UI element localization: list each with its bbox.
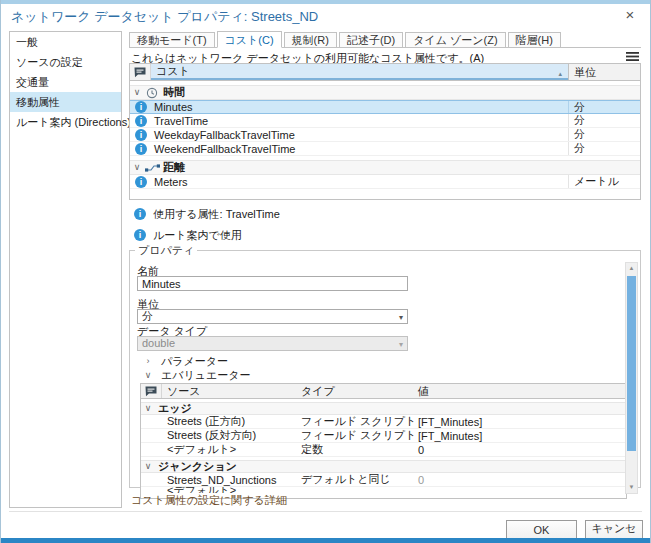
group-label-junctions: ジャンクション xyxy=(158,459,237,474)
comment-icon xyxy=(130,64,151,80)
value-column-header[interactable]: 値 xyxy=(414,384,626,398)
evaluator-row-streets-forward[interactable]: Streets (正方向) フィールド スクリプト [FT_Minutes] xyxy=(141,415,626,429)
properties-scrollbar[interactable]: ▲ ▼ xyxy=(625,262,638,494)
cost-row-traveltime[interactable]: i TravelTime 分 xyxy=(130,114,640,128)
cost-column-header[interactable]: コスト ▴ xyxy=(151,64,568,80)
cost-row-weekend-fallback[interactable]: i WeekendFallbackTravelTime 分 xyxy=(130,142,640,156)
tab-restrictions[interactable]: 規制(R) xyxy=(284,32,337,47)
evaluator-row-junctions[interactable]: Streets_ND_Junctions デフォルトと同じ 0 xyxy=(141,473,626,487)
menu-icon[interactable] xyxy=(626,51,639,62)
cost-row-name: WeekendFallbackTravelTime xyxy=(147,143,568,155)
chevron-down-icon: ∨ xyxy=(130,88,144,97)
tab-strip: 移動モード(T) コスト(C) 規制(R) 記述子(D) タイム ゾーン(Z) … xyxy=(129,30,641,48)
sidebar-item-directions[interactable]: ルート案内 (Directions) xyxy=(10,112,121,132)
cost-row-name: TravelTime xyxy=(147,115,568,127)
info-lines: i 使用する属性: TravelTime i ルート案内で使用 xyxy=(129,206,280,248)
cost-row-unit: 分 xyxy=(568,101,640,113)
tab-time-zones[interactable]: タイム ゾーン(Z) xyxy=(405,32,505,47)
clock-icon xyxy=(144,87,160,99)
evaluator-table: ソース タイプ 値 ∨ エッジ Streets (正方向) フィールド スクリプ… xyxy=(140,383,627,499)
group-label-distance: 距離 xyxy=(163,160,185,175)
evaluator-source: <デフォルト> xyxy=(162,442,297,457)
network-dataset-properties-dialog: ネットワーク データセット プロパティ: Streets_ND × 一般 ソース… xyxy=(0,0,651,543)
sidebar-item-general[interactable]: 一般 xyxy=(10,32,121,52)
evaluator-row-streets-reverse[interactable]: Streets (反対方向) フィールド スクリプト [FT_Minutes] xyxy=(141,429,626,443)
info-icon: i xyxy=(135,176,147,188)
info-icon: i xyxy=(134,229,146,241)
sidebar-item-travel-attributes[interactable]: 移動属性 xyxy=(10,92,121,112)
sidebar-item-source-settings[interactable]: ソースの設定 xyxy=(10,52,121,72)
dialog-title: ネットワーク データセット プロパティ: Streets_ND xyxy=(11,8,318,26)
evaluator-value: [FT_Minutes] xyxy=(414,416,626,428)
unit-dropdown-value: 分 xyxy=(142,310,153,322)
scroll-up-icon[interactable]: ▲ xyxy=(626,263,637,274)
scroll-down-icon[interactable]: ▼ xyxy=(626,482,637,493)
info-icon: i xyxy=(134,208,146,220)
unit-dropdown[interactable]: 分 ▾ xyxy=(137,309,408,324)
group-row-distance[interactable]: ∨ 距離 xyxy=(130,160,640,175)
scrollbar-thumb[interactable] xyxy=(627,276,636,451)
info-directions-text: ルート案内で使用 xyxy=(153,228,242,243)
chevron-down-icon: ∨ xyxy=(141,371,155,380)
tab-hierarchy[interactable]: 階層(H) xyxy=(508,32,561,47)
evaluators-expander[interactable]: ∨ エバリュエーター xyxy=(141,368,251,383)
group-label-time: 時間 xyxy=(163,85,185,100)
parameters-label: パラメーター xyxy=(161,354,228,369)
datatype-dropdown-value: double xyxy=(142,337,175,349)
cost-row-unit: メートル xyxy=(568,175,640,188)
tab-descriptors[interactable]: 記述子(D) xyxy=(339,32,403,47)
tab-travel-modes[interactable]: 移動モード(T) xyxy=(129,32,215,47)
sidebar: 一般 ソースの設定 交通量 移動属性 ルート案内 (Directions) xyxy=(9,31,122,508)
chevron-down-icon: ▾ xyxy=(399,311,403,324)
properties-legend: プロパティ xyxy=(135,243,197,258)
dialog-bottom-accent xyxy=(1,538,650,543)
source-column-header[interactable]: ソース xyxy=(162,384,297,398)
cost-row-minutes[interactable]: i Minutes 分 xyxy=(130,100,640,114)
cost-row-name: WeekdayFallbackTravelTime xyxy=(147,129,568,141)
type-column-header[interactable]: タイプ xyxy=(297,384,414,398)
group-row-time[interactable]: ∨ 時間 xyxy=(130,85,640,100)
name-input[interactable] xyxy=(137,276,408,291)
cost-table-header: コスト ▴ 単位 xyxy=(130,64,640,81)
info-line-directions: i ルート案内で使用 xyxy=(129,227,280,243)
evaluator-value: 0 xyxy=(414,474,626,486)
sidebar-item-traffic[interactable]: 交通量 xyxy=(10,72,121,92)
evaluator-source: Streets (反対方向) xyxy=(162,428,297,443)
cancel-button[interactable]: キャンセル xyxy=(585,520,643,539)
cost-attributes-table: コスト ▴ 単位 ∨ 時間 i Minutes 分 i TravelTime xyxy=(129,63,641,200)
close-icon[interactable]: × xyxy=(620,5,640,25)
evaluator-type: フィールド スクリプト xyxy=(297,414,414,429)
cost-settings-help-link[interactable]: コスト属性の設定に関する詳細 xyxy=(131,493,287,508)
chevron-down-icon: ∨ xyxy=(130,163,144,172)
evaluator-value: [FT_Minutes] xyxy=(414,430,626,442)
tab-costs[interactable]: コスト(C) xyxy=(217,31,282,48)
chevron-down-icon: ▾ xyxy=(399,338,403,351)
cost-row-unit: 分 xyxy=(568,114,640,127)
evaluator-type: フィールド スクリプト xyxy=(297,428,414,443)
info-line-used-by: i 使用する属性: TravelTime xyxy=(129,206,280,222)
evaluator-row-default-edge[interactable]: <デフォルト> 定数 0 xyxy=(141,443,626,457)
titlebar: ネットワーク データセット プロパティ: Streets_ND × xyxy=(1,4,650,29)
footer-separator xyxy=(9,511,642,512)
info-icon: i xyxy=(135,129,147,141)
ok-button[interactable]: OK xyxy=(506,520,577,539)
cost-row-weekday-fallback[interactable]: i WeekdayFallbackTravelTime 分 xyxy=(130,128,640,142)
evaluator-source: Streets_ND_Junctions xyxy=(162,474,297,486)
parameters-expander[interactable]: › パラメーター xyxy=(141,354,228,369)
cost-row-name: Minutes xyxy=(147,101,568,113)
properties-groupbox: プロパティ 名前 単位 分 ▾ データ タイプ double ▾ › パラメータ… xyxy=(129,243,641,488)
distance-icon xyxy=(144,163,160,173)
cost-row-meters[interactable]: i Meters メートル xyxy=(130,175,640,189)
datatype-dropdown: double ▾ xyxy=(137,336,408,351)
info-icon: i xyxy=(135,115,147,127)
cost-row-unit: 分 xyxy=(568,128,640,141)
evaluator-type: 定数 xyxy=(297,442,414,457)
cost-row-unit: 分 xyxy=(568,142,640,155)
evaluators-label: エバリュエーター xyxy=(161,368,251,383)
evaluator-type: デフォルトと同じ xyxy=(297,472,414,487)
chevron-down-icon: ∨ xyxy=(141,404,155,413)
comment-icon xyxy=(141,384,162,398)
chevron-right-icon: › xyxy=(141,357,155,366)
unit-column-header[interactable]: 単位 xyxy=(568,64,640,80)
evaluator-value: 0 xyxy=(414,444,626,456)
